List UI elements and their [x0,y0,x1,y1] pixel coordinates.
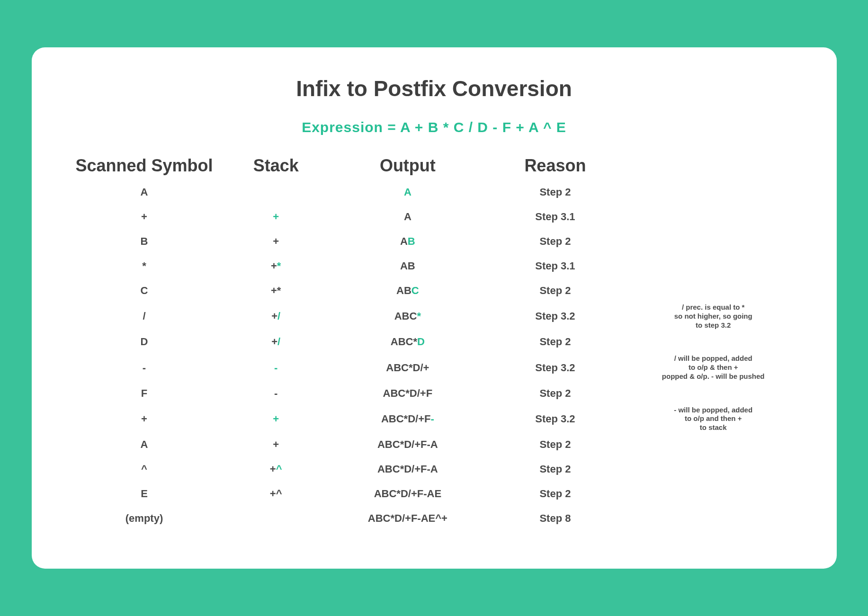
cell-output: ABC*D/+ [323,362,492,374]
cell-output: A [323,186,492,198]
cell-scanned: A [60,438,229,451]
cell-stack: - [229,387,323,400]
cell-output: ABC*D/+F [323,387,492,400]
cell-stack: + [229,211,323,223]
header-note [618,166,808,170]
cell-stack: + [229,413,323,425]
stack-prefix: - [274,387,277,399]
cell-scanned: - [60,362,229,374]
table-row: *+*ABStep 3.1 [60,254,808,278]
table-row: A+ABC*D/+F-AStep 2 [60,432,808,457]
page-title: Infix to Postfix Conversion [60,76,808,101]
stack-prefix: +* [271,285,281,296]
expression-text: Expression = A + B * C / D - F + A ^ E [60,119,808,135]
stack-prefix: + [273,438,279,450]
output-prefix: A [404,211,412,223]
table-row: E+^ABC*D/+F-AEStep 2 [60,482,808,506]
cell-scanned: ^ [60,463,229,475]
cell-reason: Step 2 [492,438,618,451]
table-row: /+/ABC*Step 3.2/ prec. is equal to * so … [60,303,808,330]
stack-highlight: + [273,211,279,223]
table-row: (empty)ABC*D/+F-AE^+Step 8 [60,506,808,531]
output-highlight: D [417,336,425,348]
cell-reason: Step 3.1 [492,260,618,272]
content-card: Infix to Postfix Conversion Expression =… [32,47,837,569]
table-row: ++ABC*D/+F-Step 3.2- will be popped, add… [60,406,808,432]
cell-reason: Step 2 [492,336,618,348]
cell-reason: Step 2 [492,235,618,248]
output-highlight: - [430,413,434,425]
header-stack: Stack [229,156,323,179]
output-prefix: A [400,235,408,247]
cell-scanned: F [60,387,229,400]
cell-stack: + [229,438,323,451]
output-prefix: ABC*D/+F-AE [374,488,441,500]
output-prefix: ABC*D/+F [383,387,433,399]
cell-scanned: * [60,260,229,272]
output-prefix: ABC*D/+F-A [377,463,438,475]
cell-stack: + [229,235,323,248]
header-reason: Reason [492,156,618,179]
header-output: Output [323,156,492,179]
cell-reason: Step 8 [492,512,618,525]
cell-reason: Step 3.2 [492,310,618,322]
table-row: AAStep 2 [60,180,808,205]
cell-scanned: B [60,235,229,248]
cell-reason: Step 2 [492,463,618,475]
cell-note: / will be popped, added to o/p & then + … [618,354,808,381]
cell-output: AB [323,235,492,248]
stack-highlight: / [277,336,280,348]
cell-output: ABC*D/+F-AE^+ [323,512,492,525]
stack-highlight: ^ [276,463,282,475]
cell-scanned: + [60,413,229,425]
stack-highlight: * [277,260,281,272]
cell-reason: Step 3.1 [492,211,618,223]
table-row: D+/ABC*DStep 2 [60,330,808,354]
cell-output: AB [323,260,492,272]
cell-output: ABC [323,285,492,297]
cell-scanned: C [60,285,229,297]
cell-reason: Step 3.2 [492,362,618,374]
cell-scanned: / [60,310,229,322]
cell-stack: - [229,362,323,374]
output-highlight: * [417,310,421,322]
conversion-table: Scanned Symbol Stack Output Reason AASte… [60,155,808,531]
cell-scanned: (empty) [60,512,229,525]
output-prefix: ABC* [391,336,417,348]
cell-stack: +^ [229,463,323,475]
output-prefix: ABC*D/+F-A [377,438,438,450]
output-prefix: ABC*D/+ [386,362,429,374]
cell-reason: Step 2 [492,186,618,198]
output-highlight: C [412,285,419,296]
table-row: B+ABStep 2 [60,229,808,254]
table-row: ^+^ABC*D/+F-AStep 2 [60,457,808,482]
cell-output: A [323,211,492,223]
cell-stack: +* [229,260,323,272]
table-row: F-ABC*D/+FStep 2 [60,381,808,406]
table-row: C+*ABCStep 2 [60,278,808,303]
cell-output: ABC* [323,310,492,322]
cell-stack: +/ [229,310,323,322]
cell-reason: Step 2 [492,488,618,500]
table-header-row: Scanned Symbol Stack Output Reason [60,155,808,180]
output-prefix: ABC [394,310,417,322]
cell-note: - will be popped, added to o/p and then … [618,406,808,432]
output-highlight: B [408,235,415,247]
cell-stack: +/ [229,336,323,348]
cell-scanned: D [60,336,229,348]
stack-prefix: + [271,336,277,348]
output-prefix: AB [396,285,412,296]
cell-stack: +* [229,285,323,297]
cell-output: ABC*D/+F-A [323,463,492,475]
output-highlight: A [404,186,412,198]
cell-scanned: E [60,488,229,500]
cell-output: ABC*D [323,336,492,348]
header-scanned: Scanned Symbol [60,156,229,179]
table-row: ++AStep 3.1 [60,205,808,229]
cell-reason: Step 3.2 [492,413,618,425]
cell-note: / prec. is equal to * so not higher, so … [618,303,808,330]
cell-scanned: + [60,211,229,223]
output-prefix: AB [400,260,415,272]
table-row: --ABC*D/+Step 3.2/ will be popped, added… [60,354,808,381]
cell-output: ABC*D/+F-AE [323,488,492,500]
